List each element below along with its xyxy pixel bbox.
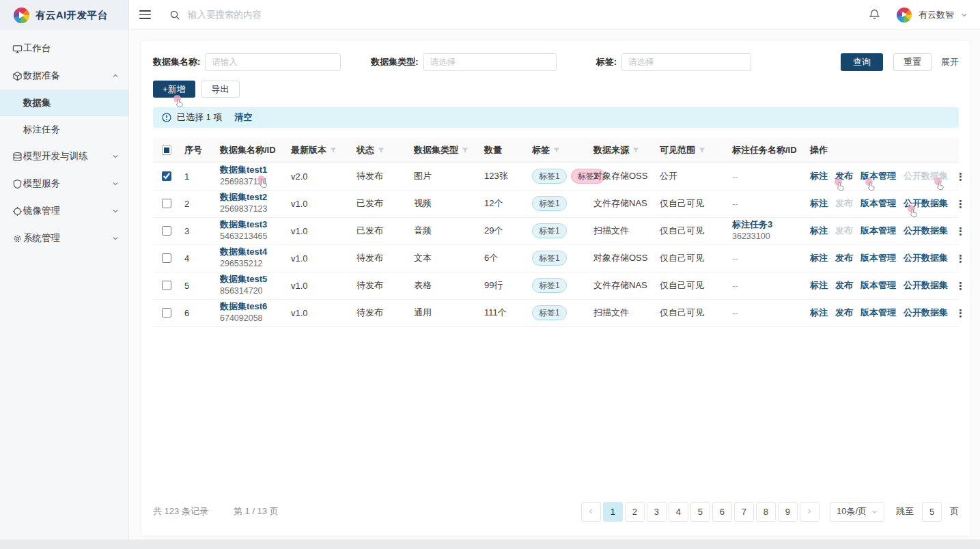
dataset-count: 111个 [479, 299, 527, 326]
page-button-1[interactable]: 1 [603, 502, 623, 522]
sidebar-item-image-mgmt[interactable]: 镜像管理 [0, 197, 128, 225]
sidebar-item-model-service[interactable]: 模型服务 [0, 170, 128, 197]
annotate-action[interactable]: 标注 [810, 225, 828, 237]
more-actions-icon[interactable]: ⋮ [955, 281, 966, 291]
filter-funnel-icon[interactable] [553, 147, 560, 154]
sidebar-item-model-dev[interactable]: 模型开发与训练 [0, 143, 128, 170]
public-dataset-action[interactable]: 公开数据集 [904, 252, 948, 264]
add-button[interactable]: +新增 [153, 81, 195, 98]
filter-funnel-icon[interactable] [699, 147, 705, 154]
row-checkbox[interactable] [162, 308, 171, 318]
dataset-count: 123张 [479, 163, 527, 190]
annotate-action[interactable]: 标注 [810, 170, 828, 182]
versions-action[interactable]: 版本管理 [860, 279, 896, 292]
dataset-name-link[interactable]: 数据集test3 [220, 219, 285, 231]
publish-action[interactable]: 发布 [835, 170, 853, 182]
dataset-type-select[interactable] [423, 53, 557, 71]
more-actions-icon[interactable]: ⋮ [955, 199, 966, 209]
dataset-id: 2569837123 [220, 203, 285, 214]
user-name[interactable]: 有云数智 [919, 9, 954, 21]
page-button-3[interactable]: 3 [647, 502, 667, 522]
dataset-visibility: 仅自己可见 [654, 190, 727, 217]
filter-funnel-icon[interactable] [462, 147, 468, 154]
next-page-button[interactable] [800, 502, 820, 522]
dataset-version: v1.0 [285, 217, 351, 244]
row-checkbox[interactable] [162, 199, 171, 208]
more-actions-icon[interactable]: ⋮ [955, 253, 966, 264]
global-search-input[interactable] [188, 10, 393, 20]
gear-icon [12, 234, 23, 244]
filter-tag: 标签: [596, 53, 751, 71]
search-button[interactable]: 查询 [841, 53, 883, 71]
dataset-name-input[interactable] [205, 53, 341, 71]
public-dataset-action[interactable]: 公开数据集 [904, 197, 948, 210]
sidebar-item-system-mgmt[interactable]: 系统管理 [0, 225, 128, 252]
select-all-checkbox[interactable] [162, 145, 171, 155]
versions-action[interactable]: 版本管理 [860, 225, 896, 237]
jump-to-label: 跳至 [896, 505, 914, 518]
dataset-name-link[interactable]: 数据集test2 [220, 192, 285, 203]
row-checkbox[interactable] [162, 253, 171, 263]
versions-action[interactable]: 版本管理 [860, 170, 896, 182]
col-version: 最新版本 [285, 138, 351, 163]
filter-funnel-icon[interactable] [632, 147, 639, 154]
dataset-name-link[interactable]: 数据集test1 [220, 165, 285, 176]
page-button-7[interactable]: 7 [734, 502, 754, 522]
chevron-down-icon[interactable] [961, 12, 968, 18]
dataset-list-card: 数据集名称: 数据集类型: 标签: 查询 重置 展开 +新增 导出 [141, 41, 970, 535]
public-dataset-action[interactable]: 公开数据集 [904, 279, 948, 292]
more-actions-icon[interactable]: ⋮ [955, 171, 966, 182]
public-dataset-action[interactable]: 公开数据集 [904, 307, 948, 319]
expand-link[interactable]: 展开 [941, 56, 959, 68]
publish-action[interactable]: 发布 [835, 252, 853, 264]
annotate-action[interactable]: 标注 [810, 252, 828, 264]
search-icon[interactable] [169, 10, 180, 20]
versions-action[interactable]: 版本管理 [860, 252, 896, 264]
dataset-name-link[interactable]: 数据集test5 [220, 274, 285, 285]
sidebar-item-label-task[interactable]: 标注任务 [0, 116, 128, 143]
publish-action[interactable]: 发布 [835, 279, 853, 292]
more-actions-icon[interactable]: ⋮ [955, 226, 966, 236]
versions-action[interactable]: 版本管理 [860, 197, 896, 210]
user-avatar[interactable] [897, 8, 912, 23]
tag-select[interactable] [621, 53, 751, 71]
clear-selection-link[interactable]: 清空 [234, 111, 252, 124]
bell-icon[interactable] [869, 9, 880, 20]
page-button-9[interactable]: 9 [778, 502, 798, 522]
more-actions-icon[interactable]: ⋮ [955, 308, 966, 318]
filter-funnel-icon[interactable] [330, 147, 337, 154]
sidebar-item-workbench[interactable]: 工作台 [0, 35, 128, 62]
page-button-2[interactable]: 2 [625, 502, 645, 522]
page-button-4[interactable]: 4 [669, 502, 688, 522]
reset-button[interactable]: 重置 [893, 53, 932, 71]
prev-page-button[interactable] [581, 502, 601, 522]
jump-page-input[interactable] [922, 502, 942, 522]
dataset-type: 文本 [408, 244, 479, 272]
filter-funnel-icon[interactable] [378, 147, 384, 154]
sidebar-item-label: 模型开发与训练 [23, 150, 88, 163]
annotate-action[interactable]: 标注 [810, 197, 828, 210]
dataset-name-link[interactable]: 数据集test4 [220, 247, 285, 258]
page-size-select[interactable]: 10条/页 [830, 502, 884, 522]
page-button-8[interactable]: 8 [756, 502, 776, 522]
dataset-source: 对象存储OSS [588, 244, 654, 272]
annotate-action[interactable]: 标注 [810, 279, 828, 292]
task-name-link[interactable]: 标注任务3 [732, 219, 804, 231]
col-tags: 标签 [527, 138, 588, 163]
publish-action[interactable]: 发布 [835, 307, 853, 319]
sidebar-item-dataset[interactable]: 数据集 [0, 89, 128, 116]
versions-action[interactable]: 版本管理 [860, 307, 896, 319]
page-button-5[interactable]: 5 [690, 502, 710, 522]
col-index: 序号 [179, 138, 214, 163]
menu-toggle-icon[interactable] [139, 10, 151, 18]
dataset-status: 待发布 [351, 299, 408, 326]
annotate-action[interactable]: 标注 [810, 307, 828, 319]
row-checkbox[interactable] [162, 171, 171, 181]
dataset-name-link[interactable]: 数据集test6 [220, 301, 285, 313]
row-checkbox[interactable] [162, 226, 171, 236]
sidebar-item-data-prep[interactable]: 数据准备 [0, 62, 128, 89]
page-button-6[interactable]: 6 [712, 502, 732, 522]
export-button[interactable]: 导出 [201, 81, 240, 98]
public-dataset-action[interactable]: 公开数据集 [904, 225, 948, 237]
row-checkbox[interactable] [162, 281, 171, 290]
